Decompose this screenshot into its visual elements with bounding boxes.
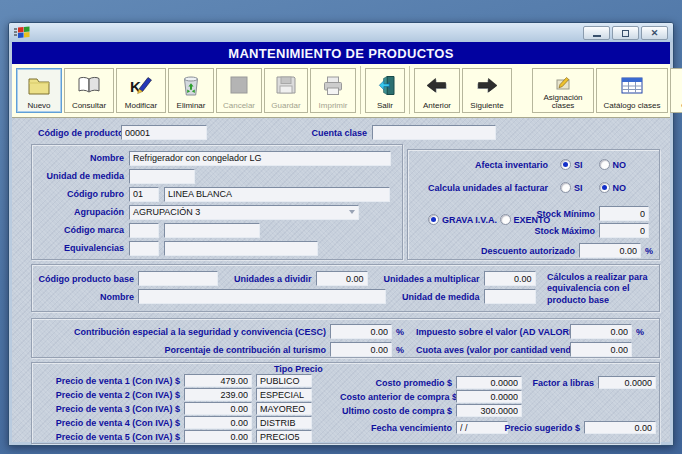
consultar-button[interactable]: Consultar bbox=[64, 68, 114, 113]
unidades-multiplicar-input[interactable] bbox=[484, 271, 536, 286]
descuento-unit: % bbox=[645, 246, 653, 256]
cesc-unit: % bbox=[396, 327, 404, 337]
ultimo-costo-label: Ultimo costo de compra $ bbox=[340, 406, 452, 416]
codigo-marca-code-input[interactable] bbox=[129, 223, 159, 238]
turismo-unit: % bbox=[396, 345, 404, 355]
precio-venta-1-input[interactable] bbox=[184, 374, 252, 387]
minimize-icon bbox=[593, 35, 601, 37]
precio-venta-5-input[interactable] bbox=[184, 430, 252, 443]
codigo-rubro-label: Código rubro bbox=[38, 189, 124, 199]
salir-button[interactable]: Salir bbox=[365, 68, 405, 113]
descuento-label: Descuento autorizado bbox=[481, 246, 575, 256]
afecta-inventario-no-radio[interactable]: NO bbox=[599, 159, 627, 170]
printer-icon bbox=[320, 70, 346, 103]
precio-venta-5-label: Precio de venta 5 (Con IVA) $ bbox=[38, 432, 180, 442]
cesc-label: Contribución especial a la seguridad y c… bbox=[38, 327, 326, 337]
codigo-marca-label: Código marca bbox=[38, 225, 124, 235]
stock-minimo-input[interactable] bbox=[599, 206, 649, 221]
equivalencias-code-input[interactable] bbox=[129, 241, 159, 256]
afecta-inventario-si-radio[interactable]: SI bbox=[560, 159, 583, 170]
toolbar-separator bbox=[409, 66, 410, 114]
nombre-input[interactable] bbox=[129, 151, 391, 166]
desktop: ✕ MANTENIMIENTO DE PRODUCTOS Nuevo Consu… bbox=[0, 0, 682, 454]
precio-venta-3-input[interactable] bbox=[184, 402, 252, 415]
precio-sugerido-label: Precio sugerido $ bbox=[500, 423, 580, 433]
producto-base-unidad-label: Unidad de medida bbox=[402, 292, 480, 302]
radio-icon bbox=[428, 214, 439, 225]
codigo-producto-label: Código de producto bbox=[38, 128, 116, 138]
minimize-button[interactable] bbox=[583, 26, 610, 40]
unidad-medida-label: Unidad de medida bbox=[38, 171, 124, 181]
titlebar[interactable]: ✕ bbox=[9, 23, 673, 42]
grava-iva-radio[interactable]: GRAVA I.V.A. bbox=[428, 214, 497, 225]
table-icon bbox=[618, 70, 646, 103]
calcula-unidades-si-radio[interactable]: SI bbox=[560, 182, 583, 193]
codigo-rubro-code-input[interactable] bbox=[129, 187, 159, 202]
nombre-label: Nombre bbox=[38, 153, 124, 163]
cuenta-clase-input[interactable] bbox=[372, 125, 496, 140]
unidades-multiplicar-label: Unidades a multiplicar bbox=[384, 274, 480, 284]
top-row: Código de producto Cuenta clase bbox=[38, 125, 496, 140]
producto-base-codigo-input[interactable] bbox=[138, 271, 218, 286]
stock-maximo-input[interactable] bbox=[599, 223, 649, 238]
tipo-precio-2-input[interactable] bbox=[256, 388, 312, 401]
ad-valorem-input[interactable] bbox=[570, 324, 632, 339]
app-logo-icon bbox=[13, 25, 31, 41]
precio-venta-2-input[interactable] bbox=[184, 388, 252, 401]
producto-base-unidad-input[interactable] bbox=[484, 289, 536, 304]
clasificaciones-button[interactable]: Clasificaciones bbox=[670, 68, 682, 113]
siguiente-button[interactable]: Siguiente bbox=[462, 68, 512, 113]
radio-icon bbox=[599, 159, 610, 170]
precio-venta-2-label: Precio de venta 2 (Con IVA) $ bbox=[38, 390, 180, 400]
nuevo-button[interactable]: Nuevo bbox=[16, 68, 62, 113]
maximize-button[interactable] bbox=[612, 26, 639, 40]
imprimir-label: Imprimir bbox=[319, 102, 348, 110]
cuota-aves-input[interactable] bbox=[570, 342, 632, 357]
page-title: MANTENIMIENTO DE PRODUCTOS bbox=[12, 42, 670, 64]
precio-venta-4-input[interactable] bbox=[184, 416, 252, 429]
catalogo-clases-button[interactable]: Catálogo clases bbox=[596, 68, 668, 113]
stock-maximo-label: Stock Máximo bbox=[529, 226, 595, 236]
descuento-input[interactable] bbox=[579, 243, 641, 258]
producto-base-nombre-input[interactable] bbox=[138, 289, 386, 304]
unidades-dividir-input[interactable] bbox=[316, 271, 368, 286]
siguiente-label: Siguiente bbox=[470, 102, 503, 110]
radio-icon bbox=[560, 182, 571, 193]
equivalencias-name-input[interactable] bbox=[164, 241, 318, 256]
tipo-precio-1-input[interactable] bbox=[256, 374, 312, 387]
modificar-button[interactable]: K Modificar bbox=[116, 68, 166, 113]
codigo-marca-name-input[interactable] bbox=[164, 223, 260, 238]
ultimo-costo-input[interactable] bbox=[456, 404, 522, 417]
turismo-input[interactable] bbox=[330, 342, 392, 357]
agrupacion-dropdown[interactable]: AGRUPACIÓN 3 bbox=[129, 205, 359, 220]
tipo-precio-3-input[interactable] bbox=[256, 402, 312, 415]
factor-libras-input[interactable] bbox=[598, 376, 656, 389]
cancelar-button: Cancelar bbox=[216, 68, 262, 113]
unidad-medida-input[interactable] bbox=[129, 169, 195, 184]
calcula-unidades-no-radio[interactable]: NO bbox=[599, 182, 627, 193]
eliminar-button[interactable]: Eliminar bbox=[168, 68, 214, 113]
asignacion-clases-button[interactable]: Asignación clases bbox=[532, 68, 594, 113]
costo-anterior-input[interactable] bbox=[456, 390, 522, 403]
tipo-precio-5-input[interactable] bbox=[256, 430, 312, 443]
codigo-rubro-name-input[interactable] bbox=[164, 187, 390, 202]
costo-promedio-label: Costo promedio $ bbox=[340, 378, 452, 388]
codigo-producto-input[interactable] bbox=[121, 125, 207, 140]
impuestos-groupbox: Contribución especial a la seguridad y c… bbox=[31, 318, 660, 358]
close-button[interactable]: ✕ bbox=[641, 26, 668, 40]
radio-icon bbox=[500, 214, 511, 225]
producto-base-note: Cálculos a realizar para equivalencia co… bbox=[547, 272, 651, 306]
imprimir-button: Imprimir bbox=[310, 68, 356, 113]
producto-base-nombre-label: Nombre bbox=[38, 292, 134, 302]
book-icon bbox=[76, 70, 102, 103]
precio-sugerido-input[interactable] bbox=[584, 421, 656, 434]
cesc-input[interactable] bbox=[330, 324, 392, 339]
app-window: ✕ MANTENIMIENTO DE PRODUCTOS Nuevo Consu… bbox=[8, 22, 674, 446]
costo-promedio-input[interactable] bbox=[456, 376, 522, 389]
fecha-vencimiento-label: Fecha vencimiento bbox=[340, 423, 452, 433]
tipo-precio-header: Tipo Precio bbox=[274, 364, 323, 373]
tipo-precio-4-input[interactable] bbox=[256, 416, 312, 429]
anterior-button[interactable]: Anterior bbox=[414, 68, 460, 113]
form-area: Código de producto Cuenta clase Nombre U… bbox=[12, 118, 670, 442]
arrow-left-icon bbox=[423, 70, 451, 103]
